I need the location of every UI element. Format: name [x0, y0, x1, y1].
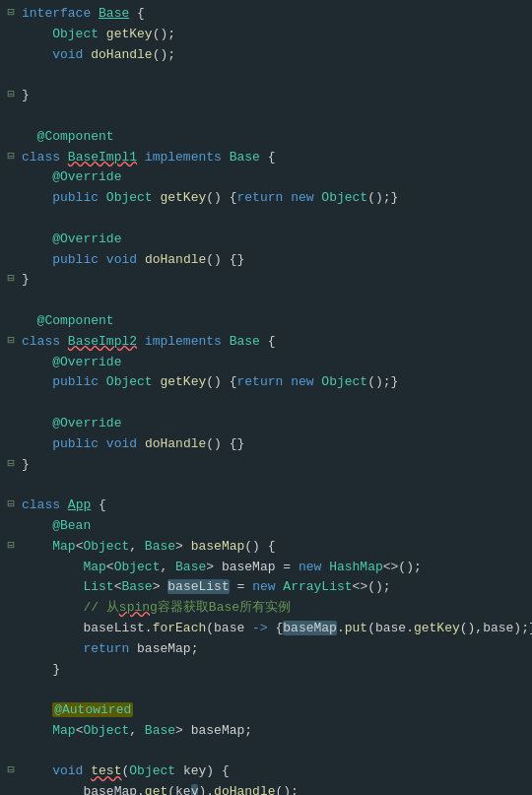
- line-3-text: void doHandle();: [18, 45, 524, 66]
- line-25-text: class App {: [18, 496, 524, 516]
- code-line-36: Map<Object, Base> baseMap;: [0, 721, 532, 742]
- line-24-text: [18, 475, 524, 496]
- code-line-1: ⊟ interface Base {: [0, 4, 532, 25]
- line-11-text: [18, 209, 524, 230]
- code-line-32: return baseMap;: [0, 639, 532, 660]
- line-4-text: [18, 65, 524, 86]
- code-line-24: [0, 475, 532, 496]
- line-1-text: interface Base {: [18, 4, 524, 25]
- line-32-text: return baseMap;: [18, 639, 524, 660]
- fold-gutter-14[interactable]: ⊟: [4, 270, 18, 289]
- fold-gutter-1[interactable]: ⊟: [4, 4, 18, 23]
- fold-gutter-25[interactable]: ⊟: [4, 496, 18, 514]
- line-7-text: @Component: [18, 127, 524, 148]
- line-33-text: }: [18, 660, 524, 681]
- code-line-23: ⊟ }: [0, 455, 532, 476]
- code-line-28: Map<Object, Base> baseMap = new HashMap<…: [0, 558, 532, 578]
- code-line-8: ⊟ class BaseImpl1 implements Base {: [0, 148, 532, 168]
- line-9-text: @Override: [18, 167, 524, 188]
- line-34-text: [18, 680, 524, 700]
- fold-gutter-17[interactable]: ⊟: [4, 332, 18, 351]
- code-line-34: [0, 680, 532, 700]
- line-6-text: [18, 106, 524, 127]
- code-line-22: public void doHandle() {}: [0, 434, 532, 455]
- code-line-2: Object getKey();: [0, 25, 532, 45]
- line-12-text: @Override: [18, 230, 524, 250]
- line-13-text: public void doHandle() {}: [18, 250, 524, 271]
- line-15-text: [18, 291, 524, 311]
- line-2-text: Object getKey();: [18, 25, 524, 45]
- code-line-4: [0, 65, 532, 86]
- line-20-text: [18, 393, 524, 414]
- code-line-16: @Component: [0, 311, 532, 332]
- line-21-text: @Override: [18, 414, 524, 434]
- code-line-18: @Override: [0, 353, 532, 373]
- line-30-text: // 从sping容器获取Base所有实例: [18, 598, 524, 619]
- line-31-text: baseList.forEach(base -> {baseMap.put(ba…: [18, 619, 532, 639]
- line-18-text: @Override: [18, 353, 524, 373]
- line-29-text: List<Base> baseList = new ArrayList<>();: [18, 577, 524, 598]
- code-line-25: ⊟ class App {: [0, 496, 532, 516]
- code-line-13: public void doHandle() {}: [0, 250, 532, 271]
- code-line-38: ⊟ void test(Object key) {: [0, 762, 532, 782]
- code-line-37: [0, 742, 532, 762]
- code-line-12: @Override: [0, 230, 532, 250]
- code-line-33: }: [0, 660, 532, 681]
- fold-gutter-38[interactable]: ⊟: [4, 762, 18, 780]
- line-35-text: @Autowired: [18, 700, 524, 721]
- line-28-text: Map<Object, Base> baseMap = new HashMap<…: [18, 558, 524, 578]
- code-line-7: @Component: [0, 127, 532, 148]
- code-line-39: baseMap.get(key).doHandle();: [0, 782, 532, 795]
- code-line-21: @Override: [0, 414, 532, 434]
- fold-gutter-5[interactable]: ⊟: [4, 86, 18, 104]
- code-line-5: ⊟ }: [0, 86, 532, 106]
- code-editor: ⊟ interface Base { Object getKey(); void…: [0, 0, 532, 795]
- code-line-19: public Object getKey() {return new Objec…: [0, 372, 532, 393]
- line-26-text: @Bean: [18, 516, 524, 537]
- code-line-26: @Bean: [0, 516, 532, 537]
- line-14-text: }: [18, 270, 524, 291]
- line-23-text: }: [18, 455, 524, 476]
- code-line-6: [0, 106, 532, 127]
- line-5-text: }: [18, 86, 524, 106]
- fold-gutter-23[interactable]: ⊟: [4, 455, 18, 474]
- fold-gutter-8[interactable]: ⊟: [4, 148, 18, 166]
- line-36-text: Map<Object, Base> baseMap;: [18, 721, 524, 742]
- line-17-text: class BaseImpl2 implements Base {: [18, 332, 524, 353]
- code-line-35: @Autowired: [0, 700, 532, 721]
- code-line-10: public Object getKey() {return new Objec…: [0, 188, 532, 209]
- code-line-9: @Override: [0, 167, 532, 188]
- code-line-15: [0, 291, 532, 311]
- code-line-3: void doHandle();: [0, 45, 532, 66]
- code-line-31: baseList.forEach(base -> {baseMap.put(ba…: [0, 619, 532, 639]
- line-8-text: class BaseImpl1 implements Base {: [18, 148, 524, 168]
- line-16-text: @Component: [18, 311, 524, 332]
- line-10-text: public Object getKey() {return new Objec…: [18, 188, 524, 209]
- code-line-30: // 从sping容器获取Base所有实例: [0, 598, 532, 619]
- fold-gutter-27[interactable]: ⊟: [4, 537, 18, 556]
- line-38-text: void test(Object key) {: [18, 762, 524, 782]
- line-37-text: [18, 742, 524, 762]
- code-line-14: ⊟ }: [0, 270, 532, 291]
- line-22-text: public void doHandle() {}: [18, 434, 524, 455]
- code-line-17: ⊟ class BaseImpl2 implements Base {: [0, 332, 532, 353]
- code-line-29: List<Base> baseList = new ArrayList<>();: [0, 577, 532, 598]
- line-19-text: public Object getKey() {return new Objec…: [18, 372, 524, 393]
- code-line-11: [0, 209, 532, 230]
- line-27-text: Map<Object, Base> baseMap() {: [18, 537, 524, 558]
- code-line-27: ⊟ Map<Object, Base> baseMap() {: [0, 537, 532, 558]
- line-39-text: baseMap.get(key).doHandle();: [18, 782, 524, 795]
- code-line-20: [0, 393, 532, 414]
